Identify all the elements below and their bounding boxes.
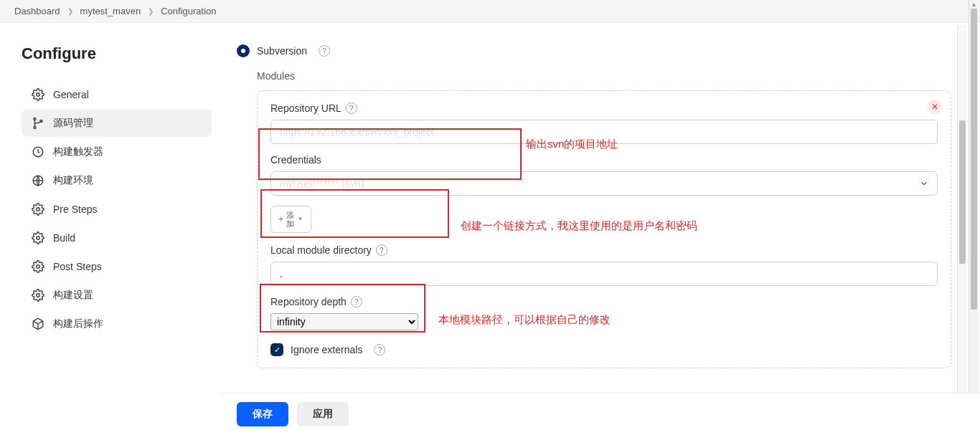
gear-icon (32, 260, 44, 273)
repo-depth-label: Repository depth ? (270, 296, 938, 307)
sidebar-item-pre-steps[interactable]: Pre Steps (22, 196, 212, 223)
scroll-up-arrow-icon[interactable]: ▲ (969, 0, 979, 9)
sidebar-item-label: 源码管理 (53, 117, 93, 130)
scm-type-radio-row: Subversion ? (237, 44, 951, 57)
repo-url-label: Repository URL ? (270, 102, 938, 114)
local-dir-label: Local module directory ? (270, 244, 938, 256)
breadcrumb-item-dashboard[interactable]: Dashboard (14, 6, 60, 16)
sidebar-item-label: General (53, 89, 89, 100)
branch-icon (32, 117, 44, 130)
sidebar-item-label: Post Steps (53, 261, 102, 272)
sidebar-item-post-build[interactable]: 构建后操作 (22, 310, 212, 338)
sidebar-item-general[interactable]: General (22, 81, 212, 108)
gear-icon (32, 289, 44, 302)
annotation-text: 输出svn的项目地址 (526, 138, 618, 151)
radio-selected-icon[interactable] (237, 44, 250, 57)
svg-point-7 (37, 236, 40, 240)
svg-point-2 (34, 127, 36, 129)
box-icon (32, 317, 44, 330)
chevron-right-icon: ❯ (67, 7, 73, 15)
gear-icon (32, 203, 44, 216)
gear-icon (32, 231, 44, 244)
credentials-select[interactable] (270, 171, 938, 196)
credentials-label: Credentials (270, 154, 938, 166)
ignore-externals-label: Ignore externals (291, 344, 362, 355)
modules-label: Modules (257, 70, 951, 82)
breadcrumb-item-config[interactable]: Configuration (161, 6, 216, 16)
breadcrumb: Dashboard ❯ mytest_maven ❯ Configuration (0, 0, 980, 23)
breadcrumb-item-project[interactable]: mytest_maven (80, 6, 141, 16)
gear-icon (32, 88, 44, 101)
checkbox-checked-icon: ✓ (270, 343, 283, 356)
sidebar-item-triggers[interactable]: 构建触发器 (22, 138, 212, 166)
svg-point-8 (37, 265, 40, 269)
local-dir-input[interactable] (270, 262, 938, 286)
annotation-text: 创建一个链接方式，我这里使用的是用户名和密码 (461, 219, 697, 233)
sidebar-item-scm[interactable]: 源码管理 (22, 110, 212, 137)
svg-point-6 (37, 208, 40, 211)
vertical-scrollbar[interactable]: ▲ ▼ (969, 0, 979, 435)
svg-point-1 (34, 118, 36, 120)
globe-icon (32, 174, 44, 187)
sidebar-item-post-steps[interactable]: Post Steps (22, 253, 212, 280)
caret-down-icon: ▼ (298, 216, 303, 223)
inner-vertical-scrollbar[interactable] (957, 26, 967, 398)
add-credentials-button[interactable]: + 添加 ▼ (270, 206, 311, 233)
sidebar-item-label: 构建触发器 (53, 145, 103, 158)
sidebar-item-build-settings[interactable]: 构建设置 (22, 282, 212, 309)
svg-point-0 (37, 93, 40, 97)
plus-icon: + (278, 214, 284, 225)
sidebar-item-label: Build (53, 232, 75, 244)
sidebar-item-label: 构建环境 (53, 174, 93, 187)
help-icon[interactable]: ? (376, 244, 387, 256)
apply-button[interactable]: 应用 (297, 402, 349, 426)
repo-depth-select[interactable]: infinity (270, 313, 418, 330)
save-button[interactable]: 保存 (237, 402, 288, 426)
page-title: Configure (22, 44, 212, 63)
footer-bar: 保存 应用 (222, 393, 980, 435)
annotation-text: 本地模块路径，可以根据自己的修改 (438, 313, 611, 327)
sidebar-item-label: 构建后操作 (53, 317, 103, 330)
sidebar-item-label: 构建设置 (53, 289, 93, 302)
clock-icon (32, 145, 44, 158)
scm-type-label: Subversion (257, 45, 307, 57)
remove-module-button[interactable]: ✕ (928, 100, 942, 114)
sidebar: Configure General 源码管理 构建触发器 构建环境 Pre St… (0, 23, 222, 432)
sidebar-item-label: Pre Steps (53, 204, 97, 215)
ignore-externals-row[interactable]: ✓ Ignore externals ? (270, 343, 938, 356)
chevron-right-icon: ❯ (148, 7, 154, 15)
help-icon[interactable]: ? (319, 45, 330, 57)
help-icon[interactable]: ? (346, 102, 357, 114)
help-icon[interactable]: ? (374, 344, 385, 355)
svg-point-9 (37, 294, 40, 297)
sidebar-item-build-env[interactable]: 构建环境 (22, 167, 212, 194)
help-icon[interactable]: ? (351, 296, 362, 307)
sidebar-item-build[interactable]: Build (22, 224, 212, 252)
